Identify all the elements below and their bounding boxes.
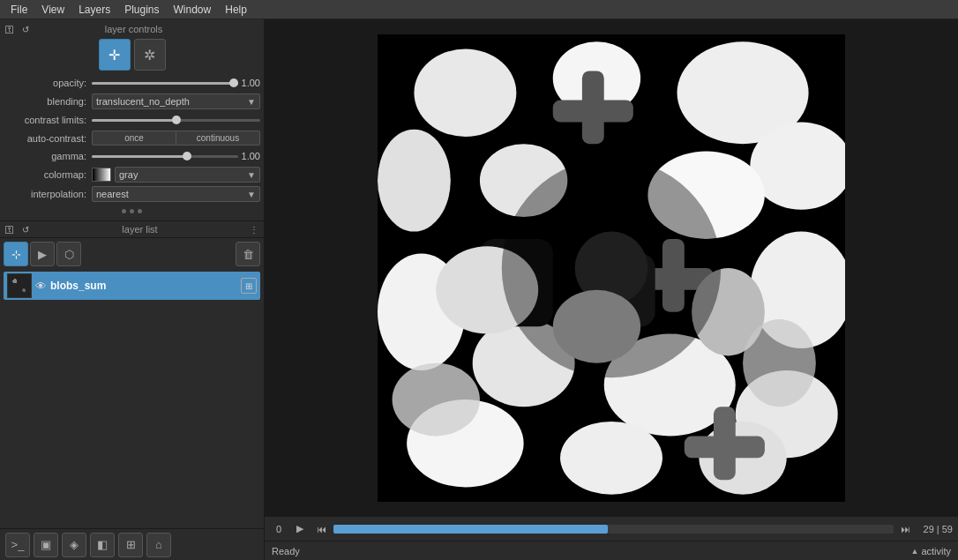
interpolation-select[interactable]: nearest ▼ — [92, 186, 260, 202]
current-frame-display: 29 — [924, 524, 934, 534]
gamma-value: 1.00 — [242, 151, 260, 161]
skip-start-button[interactable]: ⏮ — [312, 520, 330, 538]
svg-point-29 — [393, 362, 480, 436]
layer-name: blobs_sum — [50, 280, 241, 292]
timeline-bar: 0 ▶ ⏮ ⏭ 29 | 59 — [265, 516, 958, 541]
layer-list-header-icons: ⚿ ↺ — [4, 223, 32, 235]
layer-type-icon: ⊞ — [241, 278, 257, 294]
gamma-row: gamma: 1.00 — [4, 149, 260, 163]
timeline-track[interactable] — [333, 525, 894, 534]
home-button[interactable]: ⌂ — [146, 533, 171, 557]
layer-controls-section: ⚿ ↺ layer controls ✛ ✲ opacity: — [0, 19, 264, 221]
main-layout: ⚿ ↺ layer controls ✛ ✲ opacity: — [0, 19, 958, 560]
auto-contrast-label: auto-contrast: — [4, 133, 92, 144]
3d-button[interactable]: ◈ — [62, 533, 86, 557]
menubar: File View Layers Plugins Window Help — [0, 0, 958, 19]
colormap-arrow-icon: ▼ — [247, 170, 256, 180]
frame-start-label: 0 — [270, 524, 288, 534]
points-tool-button[interactable]: ⊹ — [4, 242, 28, 266]
opacity-slider[interactable] — [92, 76, 238, 90]
opacity-row: opacity: 1.00 — [4, 76, 260, 90]
layer-tool-buttons: ⊹ ▶ ⬡ 🗑 — [0, 238, 264, 270]
screenshot-button[interactable]: ▣ — [34, 533, 58, 557]
svg-rect-17 — [553, 100, 633, 122]
interpolation-arrow-icon: ▼ — [247, 190, 256, 199]
layer-list-section: ⚿ ↺ layer list ⋮ ⊹ ▶ ⬡ 🗑 👁 blobs_sum — [0, 221, 264, 528]
interpolation-value: nearest — [96, 189, 129, 199]
chevron-up-icon: ▲ — [910, 547, 918, 556]
frame-separator: | — [934, 524, 942, 534]
opacity-label: opacity: — [4, 78, 92, 88]
left-panel: ⚿ ↺ layer controls ✛ ✲ opacity: — [0, 19, 265, 560]
activity-button[interactable]: ▲ activity — [910, 546, 951, 556]
opacity-value: 1.00 — [242, 78, 260, 88]
interpolation-row: interpolation: nearest ▼ — [4, 186, 260, 202]
total-frames-display: 59 — [942, 524, 953, 534]
menu-help[interactable]: Help — [218, 2, 254, 18]
colormap-select[interactable]: gray ▼ — [115, 167, 260, 183]
blending-label: blending: — [4, 96, 92, 107]
expand-dots[interactable] — [4, 205, 260, 217]
contrast-limits-slider[interactable] — [92, 113, 260, 127]
visibility-icon[interactable]: 👁 — [35, 280, 47, 293]
shapes-tool-button[interactable]: ▶ — [30, 242, 55, 266]
contrast-limits-label: contrast limits: — [4, 115, 92, 125]
3d-icon: ◈ — [70, 538, 79, 551]
grid-icon: ⊞ — [126, 538, 136, 551]
layer-list-header: ⚿ ↺ layer list ⋮ — [0, 221, 264, 238]
transform-tool-button[interactable]: ✲ — [134, 39, 166, 71]
layer-controls-header: ⚿ ↺ layer controls — [4, 23, 260, 35]
canvas-image[interactable] — [378, 34, 845, 502]
blending-row: blending: translucent_no_depth ▼ — [4, 93, 260, 109]
timeline-progress — [333, 525, 608, 534]
thumbnail-pattern — [8, 274, 31, 297]
labels-tool-button[interactable]: ⬡ — [56, 242, 81, 266]
delete-layer-button[interactable]: 🗑 — [236, 242, 260, 266]
layer-controls-label: layer controls — [32, 24, 236, 34]
play-button[interactable]: ▶ — [291, 520, 309, 538]
split-icon: ◧ — [97, 538, 108, 551]
skip-end-button[interactable]: ⏭ — [897, 520, 915, 538]
canvas-viewport[interactable] — [265, 19, 958, 516]
menu-file[interactable]: File — [4, 2, 34, 18]
layer-list-label: layer list — [32, 224, 248, 235]
gamma-label: gamma: — [4, 151, 92, 161]
svg-point-28 — [502, 158, 721, 377]
layer-thumbnail — [7, 273, 32, 298]
blending-select[interactable]: translucent_no_depth ▼ — [92, 93, 260, 109]
refresh-icon[interactable]: ↺ — [19, 23, 32, 35]
frame-counter: 29 | 59 — [924, 524, 953, 534]
layer-item[interactable]: 👁 blobs_sum ⊞ — [4, 272, 260, 300]
layer-list-menu-icon[interactable]: ⋮ — [248, 223, 260, 235]
auto-contrast-row: auto-contrast: once continuous — [4, 131, 260, 146]
menu-window[interactable]: Window — [167, 2, 219, 18]
dot-2 — [130, 209, 134, 213]
dot-3 — [138, 209, 142, 213]
menu-plugins[interactable]: Plugins — [117, 2, 166, 18]
console-button[interactable]: >_ — [5, 533, 30, 557]
gamma-slider[interactable] — [92, 149, 238, 163]
svg-point-1 — [414, 49, 516, 136]
layer-lock-icon[interactable]: ⚿ — [4, 223, 16, 235]
move-tool-button[interactable]: ✛ — [99, 39, 131, 71]
lock-icon[interactable]: ⚿ — [4, 23, 16, 35]
svg-point-14 — [560, 421, 662, 494]
menu-layers[interactable]: Layers — [71, 2, 117, 18]
screenshot-icon: ▣ — [41, 538, 51, 551]
svg-point-30 — [743, 318, 816, 406]
contrast-limits-row: contrast limits: — [4, 113, 260, 127]
tool-buttons-row: ✛ ✲ — [4, 39, 260, 71]
layer-refresh-icon[interactable]: ↺ — [19, 223, 32, 235]
colormap-value: gray — [119, 169, 138, 180]
bottom-toolbar: >_ ▣ ◈ ◧ ⊞ ⌂ — [0, 528, 264, 560]
blending-value: translucent_no_depth — [96, 96, 190, 107]
activity-label: activity — [921, 546, 951, 556]
continuous-button[interactable]: continuous — [176, 131, 260, 146]
canvas-area: 0 ▶ ⏮ ⏭ 29 | 59 Ready ▲ activity — [265, 19, 958, 560]
grid-button[interactable]: ⊞ — [118, 533, 143, 557]
split-button[interactable]: ◧ — [90, 533, 115, 557]
interpolation-label: interpolation: — [4, 189, 92, 199]
once-button[interactable]: once — [92, 131, 176, 146]
menu-view[interactable]: View — [34, 2, 71, 18]
colormap-label: colormap: — [4, 169, 92, 180]
